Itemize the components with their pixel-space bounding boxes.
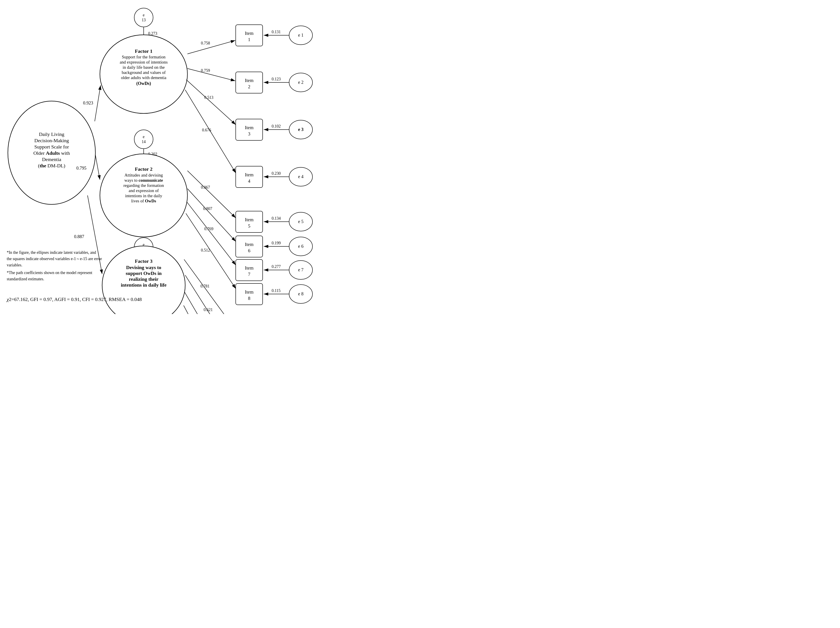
diagram-container: Daily Living Decision-Making Support Sca… <box>0 0 420 314</box>
main-f3-coef: 0.887 <box>74 234 84 239</box>
error-e14 <box>134 130 153 149</box>
f2-item5-coef: 0.067 <box>201 185 210 190</box>
factor3-text3: realizing their <box>129 276 158 282</box>
factor2-text6: lives of OwDs <box>131 199 156 203</box>
factor2-title: Factor 2 <box>135 166 152 172</box>
footnote-line4: *The path coefficients shown on the mode… <box>7 270 92 275</box>
item2-label: Item <box>245 78 253 83</box>
item5-num: 5 <box>248 223 251 229</box>
main-construct-label4: Older Adults with <box>33 150 70 156</box>
factor2-text1: Attitudes and devising <box>125 173 163 177</box>
item2-num: 2 <box>248 84 251 89</box>
item7-num: 7 <box>248 272 251 277</box>
f3-item10-coef: 0.621 <box>204 307 213 312</box>
f1-item2-coef: 0.759 <box>201 68 210 73</box>
item8-label: Item <box>245 289 253 295</box>
f2-item8-arrow <box>186 214 236 289</box>
main-construct-label6: (the DM-DL) <box>38 163 65 168</box>
factor2-text3: regarding the formation <box>123 183 164 188</box>
f1-item1-coef: 0.758 <box>201 41 210 45</box>
f1-item2-arrow <box>188 68 235 81</box>
factor1-text3: in daily life based on the <box>123 65 164 70</box>
factor1-text1: Support for the formation <box>122 55 166 59</box>
main-f2-coef: 0.795 <box>76 166 87 171</box>
f1-item3-arrow <box>186 80 236 125</box>
factor1-title: Factor 1 <box>135 48 152 54</box>
e8-coef: 0.115 <box>272 288 281 293</box>
error-e5-label: e 5 <box>298 219 303 224</box>
e6-coef: 0.199 <box>272 241 281 245</box>
f1-item4-coef: 0.676 <box>202 128 211 132</box>
factor3-text2: support OwDs in <box>126 270 162 276</box>
item5-label: Item <box>245 217 253 222</box>
main-construct-label2: Decision-Making <box>34 138 69 143</box>
main-f1-coef: 0.923 <box>83 100 93 105</box>
f2-item6-coef: 0.807 <box>203 206 212 211</box>
factor3-text1: Devising ways to <box>126 264 161 270</box>
footnote-line5: standardized estimates. <box>7 277 44 281</box>
main-construct-label3: Support Scale for <box>34 144 69 150</box>
error-e7-label: e 7 <box>298 267 303 272</box>
error-e14-label: e <box>143 134 145 139</box>
f1-item3-coef: 0.513 <box>204 95 213 100</box>
main-f2-arrow <box>95 155 100 180</box>
error-e8-label: e 8 <box>298 291 303 296</box>
main-f1-arrow <box>95 85 101 121</box>
item1-num: 1 <box>248 37 251 42</box>
main-construct-label: Daily Living <box>39 131 64 137</box>
factor1-text5: older adults with dementia <box>121 75 167 80</box>
e4-coef: 0.230 <box>272 171 281 176</box>
factor1-text4: background and values of <box>122 70 166 75</box>
item1-label: Item <box>245 30 253 36</box>
e2-coef: 0.123 <box>272 77 281 81</box>
main-construct-label5: Dementia <box>42 157 61 162</box>
footnote-line3: variables. <box>7 263 22 267</box>
footnote-line1: *In the figure, the ellipses indicate la… <box>7 250 96 255</box>
fit-indices: χ2=67.162, GFI = 0.97, AGFI = 0.91, CFI … <box>6 296 142 302</box>
factor2-text2: ways to communicate <box>124 178 163 183</box>
error-e4-label: e 4 <box>298 174 303 179</box>
f2-item7-coef: 0.769 <box>204 227 213 231</box>
factor3-title: Factor 3 <box>135 258 152 264</box>
item6-label: Item <box>245 242 253 247</box>
e5-coef: 0.134 <box>272 216 281 221</box>
item4-num: 4 <box>248 178 251 184</box>
error-e3-label: e 3 <box>298 127 303 132</box>
error-e13-label2: 13 <box>142 18 146 22</box>
item4-label: Item <box>245 172 253 177</box>
f2-item8-coef: 0.512 <box>201 248 210 253</box>
error-e2-label: e 2 <box>298 80 303 85</box>
e7-coef: 0.277 <box>272 264 281 269</box>
e1-coef: 0.131 <box>272 30 281 34</box>
e3-coef: 0.102 <box>272 124 281 128</box>
error-e13 <box>134 8 153 27</box>
factor1-text2: and expression of intentions <box>120 60 168 65</box>
error-e1-label: e 1 <box>298 33 303 38</box>
f1-item1-arrow <box>188 40 235 54</box>
f3-item9-arrow <box>184 259 236 314</box>
item6-num: 6 <box>248 248 251 253</box>
f3-item9-coef: 0.781 <box>201 284 210 288</box>
error-e14-label2: 14 <box>142 139 146 144</box>
main-f3-arrow <box>88 195 102 274</box>
footnote-line2: the squares indicate observed variables … <box>7 256 102 261</box>
factor1-owds: (OwDs) <box>136 81 151 86</box>
factor2-text5: intentions in the daily <box>125 193 162 198</box>
error-e13-label: e <box>143 13 145 17</box>
item3-num: 3 <box>248 131 251 136</box>
factor3-text4: intentions in daily life <box>121 282 167 288</box>
error-e6-label: e 6 <box>298 244 303 248</box>
factor2-text4: and expression of <box>129 188 159 193</box>
item7-label: Item <box>245 265 253 270</box>
item8-num: 8 <box>248 296 251 301</box>
item3-label: Item <box>245 125 253 130</box>
